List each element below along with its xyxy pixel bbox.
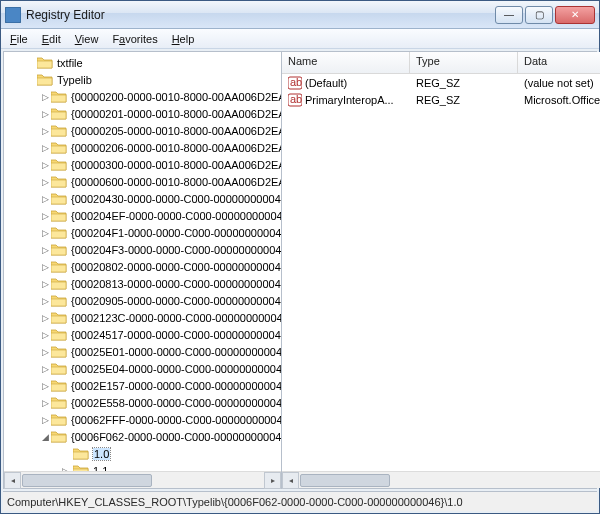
tree-item[interactable]: ◢{0006F062-0000-0000-C000-000000000046} bbox=[4, 428, 281, 445]
tree-item[interactable]: ▷{00020430-0000-0000-C000-000000000046} bbox=[4, 190, 281, 207]
value-data-cell: (value not set) bbox=[518, 77, 600, 89]
expand-icon[interactable]: ▷ bbox=[42, 159, 49, 170]
expand-icon[interactable]: ▷ bbox=[42, 91, 49, 102]
scroll-left-icon[interactable]: ◂ bbox=[4, 472, 21, 489]
close-button[interactable]: ✕ bbox=[555, 6, 595, 24]
expand-icon[interactable]: ▷ bbox=[42, 227, 49, 238]
value-type-cell: REG_SZ bbox=[410, 77, 518, 89]
expand-icon[interactable]: ▷ bbox=[42, 295, 49, 306]
scroll-right-icon[interactable]: ▸ bbox=[264, 472, 281, 489]
tree-item-label: {0006F062-0000-0000-C000-000000000046} bbox=[71, 431, 281, 443]
tree-item-label: {0002E558-0000-0000-C000-000000000046} bbox=[71, 397, 281, 409]
menu-help[interactable]: Help bbox=[165, 31, 202, 47]
tree-item[interactable]: ▷1.1 bbox=[4, 462, 281, 471]
folder-icon bbox=[73, 447, 89, 460]
tree-item[interactable]: ▷{00020905-0000-0000-C000-000000000046} bbox=[4, 292, 281, 309]
tree-item[interactable]: ▷{000204F1-0000-0000-C000-000000000046} bbox=[4, 224, 281, 241]
registry-tree[interactable]: ▷txtfile▷Typelib▷{00000200-0000-0010-800… bbox=[4, 52, 281, 471]
expand-icon[interactable]: ▷ bbox=[42, 261, 49, 272]
folder-icon bbox=[51, 430, 67, 443]
tree-item-label: {00024517-0000-0000-C000-000000000046} bbox=[71, 329, 281, 341]
expand-icon[interactable]: ▷ bbox=[42, 312, 49, 323]
expand-icon[interactable]: ▷ bbox=[42, 329, 49, 340]
tree-item-label: {00020905-0000-0000-C000-000000000046} bbox=[71, 295, 281, 307]
folder-icon bbox=[37, 56, 53, 69]
expand-icon[interactable]: ▷ bbox=[42, 346, 49, 357]
tree-item[interactable]: ▷{00000300-0000-0010-8000-00AA006D2EA4} bbox=[4, 156, 281, 173]
tree-item-label: {000204F1-0000-0000-C000-000000000046} bbox=[71, 227, 281, 239]
tree-item[interactable]: ▷{00062FFF-0000-0000-C000-000000000046} bbox=[4, 411, 281, 428]
tree-item[interactable]: ▷{00025E01-0000-0000-C000-000000000046} bbox=[4, 343, 281, 360]
col-data[interactable]: Data bbox=[518, 52, 600, 73]
expand-icon[interactable]: ▷ bbox=[42, 176, 49, 187]
tree-item-label: {00000206-0000-0010-8000-00AA006D2EA4} bbox=[71, 142, 281, 154]
menu-edit[interactable]: Edit bbox=[35, 31, 68, 47]
scroll-left-icon[interactable]: ◂ bbox=[282, 472, 299, 489]
values-hscrollbar[interactable]: ◂ ▸ bbox=[282, 471, 600, 488]
expand-icon[interactable]: ▷ bbox=[42, 108, 49, 119]
tree-item[interactable]: ▷{000204EF-0000-0000-C000-000000000046} bbox=[4, 207, 281, 224]
menu-file[interactable]: File bbox=[3, 31, 35, 47]
value-data-cell: Microsoft.Office.Inte bbox=[518, 94, 600, 106]
tree-item[interactable]: ▷Typelib bbox=[4, 71, 281, 88]
col-type[interactable]: Type bbox=[410, 52, 518, 73]
registry-editor-window: Registry Editor — ▢ ✕ File Edit View Fav… bbox=[0, 0, 600, 514]
tree-item[interactable]: ▷{00000200-0000-0010-8000-00AA006D2EA4} bbox=[4, 88, 281, 105]
folder-icon bbox=[51, 175, 67, 188]
tree-item[interactable]: ▷{000204F3-0000-0000-C000-000000000046} bbox=[4, 241, 281, 258]
tree-item[interactable]: ▷{00024517-0000-0000-C000-000000000046} bbox=[4, 326, 281, 343]
expand-icon[interactable]: ▷ bbox=[42, 210, 49, 221]
tree-item-label: {00020813-0000-0000-C000-000000000046} bbox=[71, 278, 281, 290]
tree-item-label: {00062FFF-0000-0000-C000-000000000046} bbox=[71, 414, 281, 426]
collapse-icon[interactable]: ◢ bbox=[42, 431, 49, 442]
tree-item-label: {0002123C-0000-0000-C000-000000000046} bbox=[71, 312, 281, 324]
tree-item-label: {00025E04-0000-0000-C000-000000000046} bbox=[71, 363, 281, 375]
tree-item-label: {00020802-0000-0000-C000-000000000046} bbox=[71, 261, 281, 273]
folder-icon bbox=[51, 141, 67, 154]
tree-item[interactable]: ▷{00020813-0000-0000-C000-000000000046} bbox=[4, 275, 281, 292]
maximize-button[interactable]: ▢ bbox=[525, 6, 553, 24]
tree-item[interactable]: ▷{00000201-0000-0010-8000-00AA006D2EA4} bbox=[4, 105, 281, 122]
tree-item-label: {00020430-0000-0000-C000-000000000046} bbox=[71, 193, 281, 205]
expand-icon[interactable]: ▷ bbox=[42, 397, 49, 408]
folder-icon bbox=[51, 311, 67, 324]
tree-item[interactable]: ▷{00025E04-0000-0000-C000-000000000046} bbox=[4, 360, 281, 377]
tree-hscrollbar[interactable]: ◂ ▸ bbox=[4, 471, 281, 488]
value-row[interactable]: PrimaryInteropA...REG_SZMicrosoft.Office… bbox=[282, 91, 600, 108]
expand-icon[interactable]: ▷ bbox=[42, 380, 49, 391]
scroll-thumb[interactable] bbox=[300, 474, 390, 487]
tree-item[interactable]: ▷1.0 bbox=[4, 445, 281, 462]
titlebar[interactable]: Registry Editor — ▢ ✕ bbox=[1, 1, 599, 29]
values-list[interactable]: (Default)REG_SZ(value not set)PrimaryInt… bbox=[282, 74, 600, 471]
tree-item[interactable]: ▷{0002E558-0000-0000-C000-000000000046} bbox=[4, 394, 281, 411]
menu-view[interactable]: View bbox=[68, 31, 106, 47]
client-area: ▷txtfile▷Typelib▷{00000200-0000-0010-800… bbox=[3, 51, 597, 489]
menu-favorites[interactable]: Favorites bbox=[105, 31, 164, 47]
tree-item[interactable]: ▷{00000600-0000-0010-8000-00AA006D2EA4} bbox=[4, 173, 281, 190]
value-name-cell: PrimaryInteropA... bbox=[282, 93, 410, 107]
expand-icon[interactable]: ▷ bbox=[42, 414, 49, 425]
minimize-button[interactable]: — bbox=[495, 6, 523, 24]
expand-icon[interactable]: ▷ bbox=[42, 125, 49, 136]
tree-item[interactable]: ▷{00000205-0000-0010-8000-00AA006D2EA4} bbox=[4, 122, 281, 139]
folder-icon bbox=[51, 124, 67, 137]
tree-item[interactable]: ▷{00020802-0000-0000-C000-000000000046} bbox=[4, 258, 281, 275]
value-row[interactable]: (Default)REG_SZ(value not set) bbox=[282, 74, 600, 91]
expand-icon[interactable]: ▷ bbox=[42, 193, 49, 204]
folder-icon bbox=[51, 192, 67, 205]
tree-item-label: {00000200-0000-0010-8000-00AA006D2EA4} bbox=[71, 91, 281, 103]
expand-icon[interactable]: ▷ bbox=[42, 244, 49, 255]
tree-item[interactable]: ▷{0002E157-0000-0000-C000-000000000046} bbox=[4, 377, 281, 394]
expand-icon[interactable]: ▷ bbox=[42, 363, 49, 374]
tree-item[interactable]: ▷txtfile bbox=[4, 54, 281, 71]
tree-item-label: {00000300-0000-0010-8000-00AA006D2EA4} bbox=[71, 159, 281, 171]
expand-icon[interactable]: ▷ bbox=[42, 278, 49, 289]
tree-item[interactable]: ▷{00000206-0000-0010-8000-00AA006D2EA4} bbox=[4, 139, 281, 156]
expand-icon[interactable]: ▷ bbox=[42, 142, 49, 153]
tree-item-label: {00000205-0000-0010-8000-00AA006D2EA4} bbox=[71, 125, 281, 137]
col-name[interactable]: Name bbox=[282, 52, 410, 73]
scroll-thumb[interactable] bbox=[22, 474, 152, 487]
folder-icon bbox=[51, 294, 67, 307]
tree-item[interactable]: ▷{0002123C-0000-0000-C000-000000000046} bbox=[4, 309, 281, 326]
folder-icon bbox=[51, 328, 67, 341]
